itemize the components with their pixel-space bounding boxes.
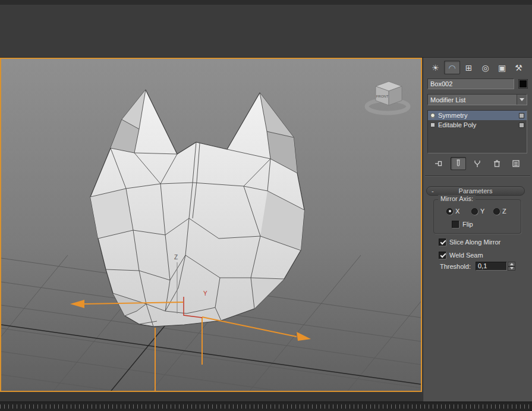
display-icon: ▣ bbox=[498, 64, 506, 72]
motion-icon: ◎ bbox=[481, 64, 489, 72]
flip-option[interactable]: Flip bbox=[452, 221, 473, 228]
slice-along-mirror-label: Slice Along Mirror bbox=[449, 239, 500, 246]
viewport-canvas[interactable]: Z Y FRONT bbox=[1, 59, 421, 391]
remove-modifier-icon bbox=[492, 159, 502, 168]
threshold-label: Threshold: bbox=[440, 263, 471, 270]
radio-y-label: Y bbox=[480, 208, 484, 215]
pin-stack-icon bbox=[434, 159, 443, 168]
modifier-list-dropdown[interactable]: Modifier List bbox=[427, 94, 527, 105]
command-panel-tabs: ☀ ◠ ⊞ ◎ ▣ ⚒ bbox=[427, 61, 527, 74]
lightbulb-icon[interactable] bbox=[430, 113, 435, 118]
pin-stack-button[interactable] bbox=[431, 157, 446, 170]
modifier-stack-item-editable-poly[interactable]: Editable Poly bbox=[428, 120, 527, 130]
remove-modifier-button[interactable] bbox=[489, 157, 505, 170]
tab-modify[interactable]: ◠ bbox=[444, 61, 460, 74]
radio-y[interactable] bbox=[471, 208, 478, 215]
gizmo-y-label: Y bbox=[203, 290, 207, 297]
flip-checkbox[interactable] bbox=[452, 221, 459, 228]
command-panel: ☀ ◠ ⊞ ◎ ▣ ⚒ Box002 Modifier List bbox=[423, 58, 532, 401]
spinner-down-button[interactable] bbox=[508, 266, 515, 271]
hierarchy-icon: ⊞ bbox=[465, 64, 473, 72]
object-name-field[interactable]: Box002 bbox=[427, 79, 514, 89]
make-unique-button[interactable] bbox=[470, 157, 485, 170]
tab-display[interactable]: ▣ bbox=[494, 61, 510, 74]
radio-x-label: X bbox=[455, 208, 459, 215]
track-bar[interactable] bbox=[0, 401, 532, 411]
top-toolbar-area bbox=[0, 0, 532, 58]
rollout-title: Parameters bbox=[459, 187, 493, 194]
create-icon: ☀ bbox=[432, 64, 439, 72]
mirror-axis-legend: Mirror Axis: bbox=[438, 195, 476, 202]
tab-utilities[interactable]: ⚒ bbox=[511, 61, 527, 74]
slice-along-mirror-option[interactable]: Slice Along Mirror bbox=[439, 239, 500, 246]
chevron-down-icon bbox=[520, 98, 524, 101]
utilities-icon: ⚒ bbox=[515, 64, 522, 72]
title-strip bbox=[0, 0, 532, 5]
mirror-axis-group: Mirror Axis: X Y Z Flip bbox=[433, 199, 521, 234]
threshold-spinner bbox=[508, 262, 515, 271]
show-end-result-button[interactable] bbox=[451, 157, 466, 170]
flip-label: Flip bbox=[462, 221, 473, 228]
modifier-toggle-box[interactable] bbox=[519, 113, 524, 118]
weld-seam-label: Weld Seam bbox=[449, 252, 483, 259]
collapse-indicator: - bbox=[432, 187, 434, 195]
radio-z-label: Z bbox=[502, 208, 506, 215]
main-viewport[interactable]: Z Y FRONT bbox=[0, 58, 422, 392]
slice-along-mirror-checkbox[interactable] bbox=[439, 239, 446, 246]
configure-modifier-sets-button[interactable] bbox=[508, 157, 524, 170]
viewport-bottom-gap bbox=[0, 392, 422, 401]
3dsmax-window: Z Y FRONT bbox=[0, 0, 532, 411]
modifier-list-label: Modifier List bbox=[428, 96, 517, 103]
mirror-axis-z-option[interactable]: Z bbox=[493, 208, 506, 215]
tab-motion[interactable]: ◎ bbox=[477, 61, 493, 74]
editable-poly-icon bbox=[430, 123, 435, 127]
modifier-stack-toolbar bbox=[427, 156, 527, 171]
modifier-stack-list[interactable]: Symmetry Editable Poly bbox=[427, 110, 527, 153]
panel-separator bbox=[425, 175, 530, 177]
modify-icon: ◠ bbox=[448, 64, 455, 72]
radio-z[interactable] bbox=[493, 208, 500, 215]
viewcube-front-label: FRONT bbox=[376, 95, 389, 98]
modifier-stack-item-symmetry[interactable]: Symmetry bbox=[428, 111, 527, 120]
mirror-axis-y-option[interactable]: Y bbox=[471, 208, 484, 215]
object-color-swatch[interactable] bbox=[518, 79, 528, 89]
spinner-up-button[interactable] bbox=[508, 262, 515, 266]
tab-create[interactable]: ☀ bbox=[427, 61, 443, 74]
dropdown-arrow-button[interactable] bbox=[517, 95, 527, 105]
weld-seam-checkbox[interactable] bbox=[439, 252, 446, 259]
radio-x[interactable] bbox=[446, 208, 453, 215]
mirror-axis-x-option[interactable]: X bbox=[446, 208, 459, 215]
modifier-label: Editable Poly bbox=[438, 121, 476, 128]
show-end-result-icon bbox=[454, 159, 463, 168]
modifier-label: Symmetry bbox=[438, 112, 468, 119]
modifier-toggle-box[interactable] bbox=[519, 123, 524, 128]
threshold-input[interactable]: 0,1 bbox=[476, 262, 507, 271]
gizmo-z-label: Z bbox=[174, 254, 178, 261]
tab-hierarchy[interactable]: ⊞ bbox=[461, 61, 477, 74]
configure-modifier-sets-icon bbox=[511, 159, 521, 168]
parameters-rollout-header[interactable]: - Parameters bbox=[426, 186, 525, 196]
make-unique-icon bbox=[473, 159, 482, 168]
weld-seam-option[interactable]: Weld Seam bbox=[439, 252, 483, 259]
